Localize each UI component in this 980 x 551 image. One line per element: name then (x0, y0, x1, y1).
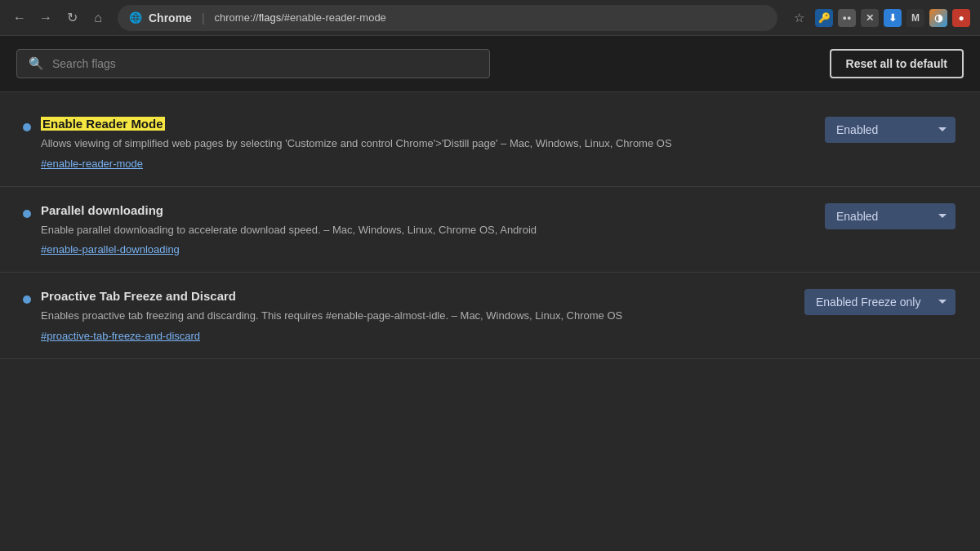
flag-dot (23, 210, 31, 218)
flag-item-enable-reader-mode: Enable Reader Mode Allows viewing of sim… (0, 100, 980, 187)
ext-red-icon[interactable]: ● (952, 9, 970, 27)
flag-select-reader-mode[interactable]: Enabled Default Disabled (825, 117, 956, 143)
flag-description: Allows viewing of simplified web pages b… (41, 136, 800, 152)
flag-item-parallel-downloading: Parallel downloading Enable parallel dow… (0, 187, 980, 273)
home-button[interactable]: ⌂ (88, 8, 108, 28)
ext-tampermonkey-icon[interactable]: ●● (838, 9, 856, 27)
flag-title: Enable Reader Mode (41, 117, 165, 131)
flag-content: Proactive Tab Freeze and Discard Enables… (41, 289, 780, 342)
address-text: chrome://flags/#enable-reader-mode (215, 11, 386, 24)
ext-downloader-icon[interactable]: ⬇ (884, 9, 902, 27)
flag-dot (23, 123, 31, 131)
flag-title: Parallel downloading (41, 203, 163, 217)
reset-all-button[interactable]: Reset all to default (830, 49, 964, 78)
flag-content: Parallel downloading Enable parallel dow… (41, 203, 800, 256)
flag-anchor[interactable]: #enable-reader-mode (41, 158, 143, 170)
ext-colorful-icon[interactable]: ◑ (929, 9, 947, 27)
address-bar[interactable]: 🌐 Chrome | chrome://flags/#enable-reader… (118, 5, 777, 31)
flag-title: Proactive Tab Freeze and Discard (41, 289, 236, 303)
flag-item-proactive-tab-freeze: Proactive Tab Freeze and Discard Enables… (0, 273, 980, 359)
flag-description: Enables proactive tab freezing and disca… (41, 308, 780, 324)
ext-m-icon[interactable]: M (906, 9, 924, 27)
secure-icon: 🌐 (129, 11, 142, 24)
flag-control[interactable]: Enabled Freeze only Default Disabled Ena… (804, 289, 956, 315)
flag-content: Enable Reader Mode Allows viewing of sim… (41, 117, 800, 170)
flags-list: Enable Reader Mode Allows viewing of sim… (0, 92, 980, 375)
search-input[interactable] (52, 57, 478, 70)
toolbar-right: ☆ 🔑 ●● ✕ ⬇ M ◑ ● (787, 7, 970, 29)
back-button[interactable]: ← (10, 8, 29, 28)
reload-button[interactable]: ↻ (62, 8, 82, 28)
flag-control[interactable]: Enabled Default Disabled (825, 203, 956, 229)
browser-app-name: Chrome (149, 11, 192, 24)
flag-description: Enable parallel downloading to accelerat… (41, 222, 800, 238)
search-input-wrapper[interactable]: 🔍 (16, 49, 490, 78)
flag-control[interactable]: Enabled Default Disabled (825, 117, 956, 143)
browser-chrome: ← → ↻ ⌂ 🌐 Chrome | chrome://flags/#enabl… (0, 0, 980, 36)
ext-x-icon[interactable]: ✕ (861, 9, 879, 27)
ext-bitwarden-icon[interactable]: 🔑 (815, 9, 833, 27)
flag-anchor[interactable]: #enable-parallel-downloading (41, 243, 180, 256)
flag-select-tab-freeze[interactable]: Enabled Freeze only Default Disabled Ena… (804, 289, 956, 315)
bookmark-icon[interactable]: ☆ (787, 7, 810, 29)
flags-page: 🔍 Reset all to default Enable Reader Mod… (0, 36, 980, 551)
search-bar-container: 🔍 Reset all to default (0, 36, 980, 92)
flag-select-parallel-downloading[interactable]: Enabled Default Disabled (825, 203, 956, 229)
pipe-separator: | (202, 11, 205, 24)
flag-dot (23, 295, 31, 304)
forward-button[interactable]: → (36, 8, 56, 28)
flag-anchor[interactable]: #proactive-tab-freeze-and-discard (41, 330, 200, 342)
search-icon: 🔍 (29, 56, 44, 71)
nav-buttons: ← → ↻ ⌂ (10, 8, 108, 28)
